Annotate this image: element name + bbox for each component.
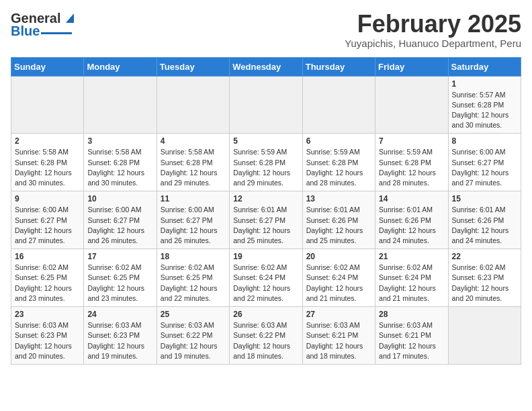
calendar-cell: 6Sunrise: 5:59 AM Sunset: 6:28 PM Daylig… — [302, 134, 375, 191]
day-info: Sunrise: 6:02 AM Sunset: 6:23 PM Dayligh… — [452, 263, 517, 304]
day-info: Sunrise: 5:57 AM Sunset: 6:28 PM Dayligh… — [452, 90, 517, 131]
day-number: 17 — [87, 252, 152, 261]
calendar-cell — [448, 307, 521, 365]
calendar-cell: 1Sunrise: 5:57 AM Sunset: 6:28 PM Daylig… — [448, 76, 521, 134]
day-info: Sunrise: 6:02 AM Sunset: 6:25 PM Dayligh… — [15, 263, 80, 304]
weekday-header-tuesday: Tuesday — [157, 57, 229, 76]
day-info: Sunrise: 6:03 AM Sunset: 6:21 PM Dayligh… — [379, 320, 444, 361]
calendar-cell: 18Sunrise: 6:02 AM Sunset: 6:25 PM Dayli… — [157, 249, 229, 307]
day-number: 12 — [233, 194, 298, 203]
calendar-cell: 17Sunrise: 6:02 AM Sunset: 6:25 PM Dayli… — [84, 249, 157, 307]
day-number: 20 — [306, 252, 371, 261]
month-title: February 2025 — [345, 11, 521, 38]
calendar-table: SundayMondayTuesdayWednesdayThursdayFrid… — [11, 57, 521, 365]
calendar-week-1: 1Sunrise: 5:57 AM Sunset: 6:28 PM Daylig… — [11, 76, 521, 134]
weekday-header-sunday: Sunday — [11, 57, 84, 76]
day-number: 15 — [452, 194, 517, 203]
page-header: General Blue February 2025 Yuyapichis, H… — [11, 11, 521, 49]
day-info: Sunrise: 6:02 AM Sunset: 6:25 PM Dayligh… — [87, 263, 152, 304]
day-info: Sunrise: 5:59 AM Sunset: 6:28 PM Dayligh… — [233, 147, 298, 188]
calendar-cell: 7Sunrise: 5:59 AM Sunset: 6:28 PM Daylig… — [375, 134, 448, 191]
calendar-cell: 15Sunrise: 6:01 AM Sunset: 6:26 PM Dayli… — [448, 191, 521, 249]
day-info: Sunrise: 6:02 AM Sunset: 6:25 PM Dayligh… — [161, 263, 226, 304]
calendar-cell — [302, 76, 375, 134]
calendar-cell: 28Sunrise: 6:03 AM Sunset: 6:21 PM Dayli… — [375, 307, 448, 365]
calendar-cell — [84, 76, 157, 134]
calendar-cell: 12Sunrise: 6:01 AM Sunset: 6:27 PM Dayli… — [230, 191, 302, 249]
day-number: 6 — [306, 136, 371, 146]
day-number: 7 — [379, 136, 444, 146]
day-info: Sunrise: 5:58 AM Sunset: 6:28 PM Dayligh… — [15, 147, 80, 188]
day-info: Sunrise: 5:58 AM Sunset: 6:28 PM Dayligh… — [161, 147, 226, 188]
calendar-cell: 22Sunrise: 6:02 AM Sunset: 6:23 PM Dayli… — [448, 249, 521, 307]
calendar-cell: 25Sunrise: 6:03 AM Sunset: 6:22 PM Dayli… — [157, 307, 229, 365]
calendar-cell: 2Sunrise: 5:58 AM Sunset: 6:28 PM Daylig… — [11, 134, 84, 191]
day-number: 14 — [379, 194, 444, 203]
calendar-cell: 24Sunrise: 6:03 AM Sunset: 6:23 PM Dayli… — [84, 307, 157, 365]
location-text: Yuyapichis, Huanuco Department, Peru — [345, 38, 521, 49]
calendar-cell: 13Sunrise: 6:01 AM Sunset: 6:26 PM Dayli… — [302, 191, 375, 249]
title-section: February 2025 Yuyapichis, Huanuco Depart… — [345, 11, 521, 49]
day-info: Sunrise: 6:02 AM Sunset: 6:24 PM Dayligh… — [379, 263, 444, 304]
day-number: 9 — [15, 194, 80, 203]
calendar-cell — [11, 76, 84, 134]
day-number: 26 — [233, 310, 298, 319]
day-info: Sunrise: 6:03 AM Sunset: 6:23 PM Dayligh… — [15, 320, 80, 361]
calendar-cell — [157, 76, 229, 134]
calendar-cell — [230, 76, 302, 134]
day-info: Sunrise: 6:02 AM Sunset: 6:24 PM Dayligh… — [306, 263, 371, 304]
logo: General Blue — [11, 11, 77, 39]
weekday-header-friday: Friday — [375, 57, 448, 76]
day-info: Sunrise: 6:03 AM Sunset: 6:22 PM Dayligh… — [233, 320, 298, 361]
calendar-cell: 14Sunrise: 6:01 AM Sunset: 6:26 PM Dayli… — [375, 191, 448, 249]
calendar-week-2: 2Sunrise: 5:58 AM Sunset: 6:28 PM Daylig… — [11, 134, 521, 191]
calendar-cell: 21Sunrise: 6:02 AM Sunset: 6:24 PM Dayli… — [375, 249, 448, 307]
day-number: 18 — [161, 252, 226, 261]
day-info: Sunrise: 5:59 AM Sunset: 6:28 PM Dayligh… — [306, 147, 371, 188]
calendar-week-4: 16Sunrise: 6:02 AM Sunset: 6:25 PM Dayli… — [11, 249, 521, 307]
day-info: Sunrise: 6:03 AM Sunset: 6:23 PM Dayligh… — [87, 320, 152, 361]
day-number: 23 — [15, 310, 80, 319]
day-number: 24 — [87, 310, 152, 319]
weekday-header-monday: Monday — [84, 57, 157, 76]
weekday-header-saturday: Saturday — [448, 57, 521, 76]
calendar-week-5: 23Sunrise: 6:03 AM Sunset: 6:23 PM Dayli… — [11, 307, 521, 365]
day-number: 11 — [161, 194, 226, 203]
day-info: Sunrise: 5:58 AM Sunset: 6:28 PM Dayligh… — [87, 147, 152, 188]
day-info: Sunrise: 6:01 AM Sunset: 6:26 PM Dayligh… — [306, 205, 371, 246]
calendar-cell: 23Sunrise: 6:03 AM Sunset: 6:23 PM Dayli… — [11, 307, 84, 365]
calendar-cell: 4Sunrise: 5:58 AM Sunset: 6:28 PM Daylig… — [157, 134, 229, 191]
calendar-cell: 8Sunrise: 6:00 AM Sunset: 6:27 PM Daylig… — [448, 134, 521, 191]
calendar-cell — [375, 76, 448, 134]
svg-marker-0 — [66, 13, 74, 23]
day-info: Sunrise: 6:03 AM Sunset: 6:21 PM Dayligh… — [306, 320, 371, 361]
day-info: Sunrise: 6:03 AM Sunset: 6:22 PM Dayligh… — [161, 320, 226, 361]
day-number: 22 — [452, 252, 517, 261]
calendar-cell: 11Sunrise: 6:00 AM Sunset: 6:27 PM Dayli… — [157, 191, 229, 249]
calendar-cell: 3Sunrise: 5:58 AM Sunset: 6:28 PM Daylig… — [84, 134, 157, 191]
day-info: Sunrise: 6:01 AM Sunset: 6:27 PM Dayligh… — [233, 205, 298, 246]
day-number: 10 — [87, 194, 152, 203]
calendar-header-row: SundayMondayTuesdayWednesdayThursdayFrid… — [11, 57, 521, 76]
day-info: Sunrise: 6:02 AM Sunset: 6:24 PM Dayligh… — [233, 263, 298, 304]
day-info: Sunrise: 6:00 AM Sunset: 6:27 PM Dayligh… — [161, 205, 226, 246]
day-info: Sunrise: 5:59 AM Sunset: 6:28 PM Dayligh… — [379, 147, 444, 188]
day-info: Sunrise: 6:01 AM Sunset: 6:26 PM Dayligh… — [452, 205, 517, 246]
day-number: 5 — [233, 136, 298, 146]
day-number: 3 — [87, 136, 152, 146]
day-info: Sunrise: 6:01 AM Sunset: 6:26 PM Dayligh… — [379, 205, 444, 246]
calendar-cell: 9Sunrise: 6:00 AM Sunset: 6:27 PM Daylig… — [11, 191, 84, 249]
day-number: 2 — [15, 136, 80, 146]
day-number: 27 — [306, 310, 371, 319]
calendar-cell: 19Sunrise: 6:02 AM Sunset: 6:24 PM Dayli… — [230, 249, 302, 307]
calendar-week-3: 9Sunrise: 6:00 AM Sunset: 6:27 PM Daylig… — [11, 191, 521, 249]
calendar-cell: 27Sunrise: 6:03 AM Sunset: 6:21 PM Dayli… — [302, 307, 375, 365]
calendar-cell: 5Sunrise: 5:59 AM Sunset: 6:28 PM Daylig… — [230, 134, 302, 191]
day-number: 19 — [233, 252, 298, 261]
calendar-cell: 16Sunrise: 6:02 AM Sunset: 6:25 PM Dayli… — [11, 249, 84, 307]
day-info: Sunrise: 6:00 AM Sunset: 6:27 PM Dayligh… — [15, 205, 80, 246]
day-number: 8 — [452, 136, 517, 146]
day-number: 13 — [306, 194, 371, 203]
weekday-header-wednesday: Wednesday — [230, 57, 302, 76]
calendar-cell: 10Sunrise: 6:00 AM Sunset: 6:27 PM Dayli… — [84, 191, 157, 249]
